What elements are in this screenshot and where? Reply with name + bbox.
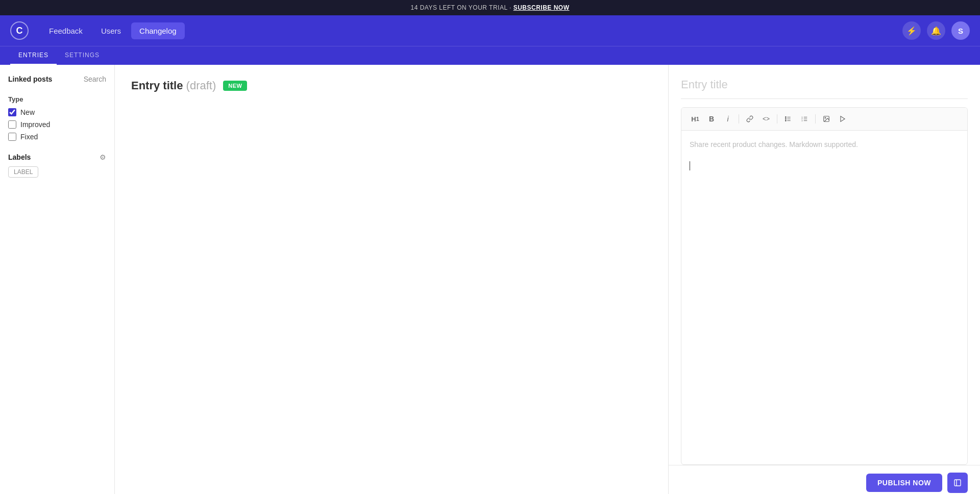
nav-feedback[interactable]: Feedback [41, 22, 91, 39]
preview-button[interactable] [947, 473, 968, 493]
svg-rect-15 [954, 480, 961, 486]
svg-point-4 [785, 118, 786, 119]
svg-text:3: 3 [801, 119, 803, 122]
toolbar-image-btn[interactable] [819, 112, 834, 126]
nav-users[interactable]: Users [93, 22, 129, 39]
entry-header: Entry title (draft) NEW [131, 79, 652, 92]
toolbar-code-btn[interactable]: <> [758, 112, 774, 126]
right-panel-wrapper: H1 B i <> 123 [669, 65, 980, 494]
editor-box: H1 B i <> 123 [681, 107, 968, 465]
subnav-entries[interactable]: ENTRIES [10, 46, 57, 65]
subscribe-link[interactable]: SUBSCRIBE NOW [513, 4, 570, 11]
bell-icon-btn[interactable]: 🔔 [927, 21, 945, 40]
new-badge: NEW [223, 81, 247, 91]
editor-toolbar: H1 B i <> 123 [681, 108, 967, 131]
center-panel: Entry title (draft) NEW [115, 65, 669, 494]
labels-section: Labels ⚙ LABEL [8, 153, 106, 178]
main-layout: Linked posts Search Type New Improved Fi… [0, 65, 980, 494]
entry-draft-text: (draft) [186, 79, 216, 92]
lightning-icon-btn[interactable]: ⚡ [902, 21, 921, 40]
linked-posts-section: Linked posts Search [8, 75, 106, 83]
left-sidebar: Linked posts Search Type New Improved Fi… [0, 65, 115, 494]
svg-point-5 [785, 120, 786, 121]
subnav-settings[interactable]: SETTINGS [57, 46, 108, 65]
avatar[interactable]: S [951, 21, 970, 40]
type-new-label[interactable]: New [20, 108, 35, 116]
toolbar-sep-2 [777, 114, 777, 124]
type-new-checkbox[interactable] [8, 108, 16, 116]
type-improved[interactable]: Improved [8, 120, 106, 129]
right-panel-content: H1 B i <> 123 [669, 65, 980, 465]
type-improved-label[interactable]: Improved [20, 120, 50, 129]
svg-point-3 [785, 117, 786, 118]
editor-content[interactable]: Share recent product changes. Markdown s… [681, 131, 967, 464]
toolbar-h1-btn[interactable]: H1 [688, 112, 703, 126]
labels-title: Labels [8, 153, 31, 161]
logo[interactable]: C [10, 21, 29, 40]
linked-posts-header: Linked posts Search [8, 75, 106, 83]
trial-text: 14 DAYS LEFT ON YOUR TRIAL · [410, 4, 513, 11]
sub-nav: ENTRIES SETTINGS [0, 46, 980, 65]
toolbar-link-btn[interactable] [742, 112, 757, 126]
type-fixed-label[interactable]: Fixed [20, 133, 38, 141]
entry-title-display: Entry title (draft) [131, 79, 216, 92]
toolbar-video-btn[interactable] [835, 112, 850, 126]
type-label: Type [8, 95, 106, 103]
type-improved-checkbox[interactable] [8, 120, 16, 129]
toolbar-ul-btn[interactable] [780, 112, 796, 126]
type-section: Type New Improved Fixed [8, 95, 106, 141]
toolbar-ol-btn[interactable]: 123 [797, 112, 812, 126]
type-new[interactable]: New [8, 108, 106, 116]
search-link[interactable]: Search [84, 75, 106, 83]
toolbar-sep-1 [739, 114, 739, 124]
lightning-icon: ⚡ [906, 26, 917, 36]
nav-right: ⚡ 🔔 S [902, 21, 970, 40]
nav-links: Feedback Users Changelog [41, 22, 902, 39]
trial-banner: 14 DAYS LEFT ON YOUR TRIAL · SUBSCRIBE N… [0, 0, 980, 15]
labels-header: Labels ⚙ [8, 153, 106, 161]
type-fixed-checkbox[interactable] [8, 133, 16, 141]
bottom-bar: PUBLISH NOW [669, 465, 980, 494]
linked-posts-title: Linked posts [8, 75, 52, 83]
top-nav: C Feedback Users Changelog ⚡ 🔔 S [0, 15, 980, 46]
type-fixed[interactable]: Fixed [8, 133, 106, 141]
toolbar-bold-btn[interactable]: B [704, 112, 719, 126]
publish-now-button[interactable]: PUBLISH NOW [866, 474, 942, 492]
bell-icon: 🔔 [931, 26, 941, 36]
svg-point-13 [825, 117, 826, 118]
entry-title-text: Entry title [131, 79, 183, 92]
toolbar-sep-3 [815, 114, 816, 124]
entry-title-input[interactable] [681, 75, 968, 99]
toolbar-italic-btn[interactable]: i [720, 112, 736, 126]
label-tag[interactable]: LABEL [8, 166, 38, 178]
gear-icon[interactable]: ⚙ [100, 153, 106, 161]
svg-marker-14 [841, 116, 845, 122]
nav-changelog[interactable]: Changelog [131, 22, 185, 39]
cursor-line [690, 161, 690, 170]
editor-placeholder: Share recent product changes. Markdown s… [690, 140, 858, 149]
